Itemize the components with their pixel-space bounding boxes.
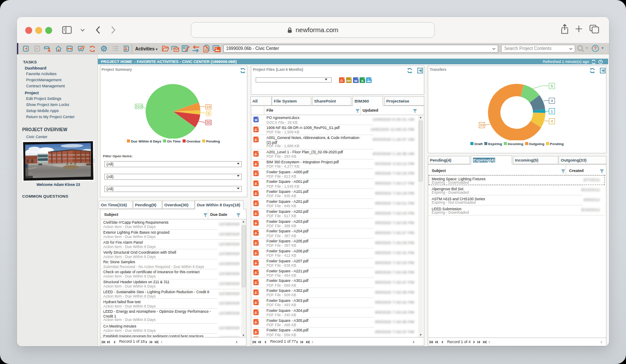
svg-text:18: 18 (206, 104, 211, 109)
svg-text:33: 33 (479, 122, 484, 127)
svg-text:X: X (361, 79, 364, 83)
svg-text:316: 316 (135, 104, 142, 109)
svg-text:4: 4 (551, 98, 553, 103)
svg-text:W: W (255, 118, 258, 122)
svg-text:?: ? (594, 46, 596, 51)
svg-text:4: 4 (551, 119, 553, 123)
svg-text:1: 1 (551, 109, 553, 113)
svg-text:DWG: DWG (346, 80, 351, 82)
svg-text:30: 30 (206, 120, 211, 125)
svg-text:9: 9 (207, 111, 210, 116)
svg-text:5: 5 (551, 83, 553, 88)
svg-text:W: W (354, 79, 357, 83)
